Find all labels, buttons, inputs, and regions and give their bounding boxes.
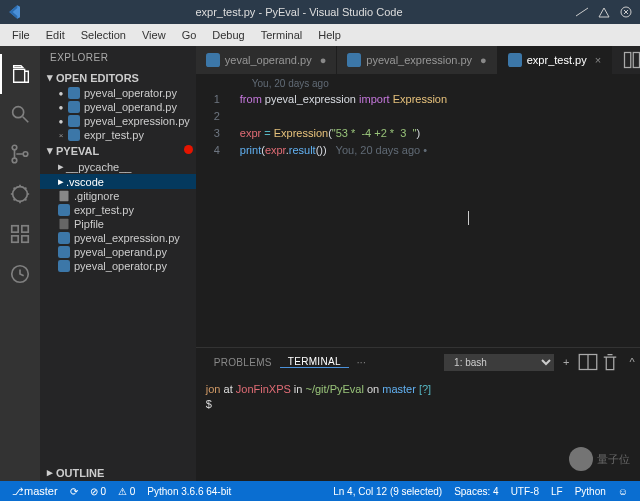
panel-tab-more[interactable]: ··· <box>349 357 374 368</box>
editor-tabs: yeval_operand.py● pyeval_expression.py● … <box>196 46 640 74</box>
svg-rect-19 <box>58 246 70 258</box>
maximize-panel-icon[interactable]: ^ <box>622 352 640 372</box>
svg-rect-20 <box>58 260 70 272</box>
watermark: 量子位 <box>569 447 630 471</box>
status-sync[interactable]: ⟳ <box>64 486 84 497</box>
open-editor-item-active[interactable]: ×expr_test.py <box>40 128 196 142</box>
svg-rect-12 <box>68 101 80 113</box>
svg-rect-9 <box>22 226 28 232</box>
status-language[interactable]: Python <box>569 486 612 497</box>
status-warnings[interactable]: ⚠ 0 <box>112 486 141 497</box>
extensions-icon[interactable] <box>0 214 40 254</box>
compare-icon[interactable] <box>622 50 640 70</box>
close-window-icon[interactable] <box>618 4 634 20</box>
gutter[interactable]: 1 2 3 4 <box>196 91 232 347</box>
menu-bar: File Edit Selection View Go Debug Termin… <box>0 24 640 46</box>
svg-point-1 <box>13 107 24 118</box>
svg-rect-13 <box>68 115 80 127</box>
svg-point-4 <box>23 152 28 157</box>
minimize-icon[interactable] <box>574 4 590 20</box>
open-editor-item[interactable]: ●pyeval_expression.py <box>40 114 196 128</box>
menu-help[interactable]: Help <box>310 26 349 44</box>
activity-bar <box>0 46 40 481</box>
explorer-icon[interactable] <box>0 54 40 94</box>
svg-rect-17 <box>60 219 69 230</box>
svg-rect-25 <box>633 53 639 68</box>
explorer-header: EXPLORER <box>40 46 196 69</box>
file-item[interactable]: Pipfile <box>40 217 196 231</box>
git-blame-annotation: You, 20 days ago <box>196 74 640 91</box>
svg-point-2 <box>12 145 17 150</box>
svg-point-3 <box>12 158 17 163</box>
open-editors-header[interactable]: ▾OPEN EDITORS <box>40 69 196 86</box>
svg-rect-16 <box>58 204 70 216</box>
menu-go[interactable]: Go <box>174 26 205 44</box>
svg-rect-18 <box>58 232 70 244</box>
maximize-icon[interactable] <box>596 4 612 20</box>
vscode-logo-icon <box>6 4 22 20</box>
menu-edit[interactable]: Edit <box>38 26 73 44</box>
tab[interactable]: pyeval_expression.py● <box>337 46 497 74</box>
folder-item-selected[interactable]: ▸.vscode <box>40 174 196 189</box>
text-cursor <box>468 211 469 225</box>
search-icon[interactable] <box>0 94 40 134</box>
new-terminal-icon[interactable]: + <box>556 352 576 372</box>
split-terminal-icon[interactable] <box>578 352 598 372</box>
status-eol[interactable]: LF <box>545 486 569 497</box>
svg-rect-6 <box>12 226 18 232</box>
folder-header[interactable]: ▾PYEVAL <box>40 142 196 159</box>
svg-rect-23 <box>508 53 522 67</box>
svg-rect-24 <box>625 53 631 68</box>
file-item[interactable]: pyeval_operand.py <box>40 245 196 259</box>
svg-rect-22 <box>347 53 361 67</box>
window-title: expr_test.py - PyEval - Visual Studio Co… <box>30 6 568 18</box>
open-editor-item[interactable]: ●pyeval_operand.py <box>40 100 196 114</box>
menu-terminal[interactable]: Terminal <box>253 26 311 44</box>
panel-tab-problems[interactable]: PROBLEMS <box>206 357 280 368</box>
status-cursor[interactable]: Ln 4, Col 12 (9 selected) <box>327 486 448 497</box>
terminal-selector[interactable]: 1: bash <box>444 354 554 371</box>
status-python[interactable]: Python 3.6.6 64-bit <box>141 486 237 497</box>
menu-view[interactable]: View <box>134 26 174 44</box>
source-control-icon[interactable] <box>0 134 40 174</box>
folder-item[interactable]: ▸__pycache__ <box>40 159 196 174</box>
menu-selection[interactable]: Selection <box>73 26 134 44</box>
svg-rect-15 <box>60 191 69 202</box>
sidebar: EXPLORER ▾OPEN EDITORS ●pyeval_operator.… <box>40 46 196 481</box>
menu-debug[interactable]: Debug <box>204 26 252 44</box>
panel-tab-terminal[interactable]: TERMINAL <box>280 356 349 368</box>
menu-file[interactable]: File <box>4 26 38 44</box>
status-branch[interactable]: ⎇ master <box>6 485 64 497</box>
file-item[interactable]: pyeval_operator.py <box>40 259 196 273</box>
status-errors[interactable]: ⊘ 0 <box>84 486 112 497</box>
svg-rect-11 <box>68 87 80 99</box>
timeline-icon[interactable] <box>0 254 40 294</box>
file-item[interactable]: pyeval_expression.py <box>40 231 196 245</box>
debug-icon[interactable] <box>0 174 40 214</box>
svg-rect-8 <box>22 236 28 242</box>
breakpoint-icon[interactable] <box>184 145 193 154</box>
status-feedback-icon[interactable]: ☺ <box>612 486 634 497</box>
file-item[interactable]: expr_test.py <box>40 203 196 217</box>
svg-rect-21 <box>206 53 220 67</box>
svg-rect-7 <box>12 236 18 242</box>
open-editor-item[interactable]: ●pyeval_operator.py <box>40 86 196 100</box>
status-encoding[interactable]: UTF-8 <box>505 486 545 497</box>
outline-header[interactable]: ▸OUTLINE <box>40 464 196 481</box>
tab-active[interactable]: expr_test.py× <box>498 46 612 74</box>
tab[interactable]: yeval_operand.py● <box>196 46 338 74</box>
kill-terminal-icon[interactable] <box>600 352 620 372</box>
editor-content[interactable]: from pyeval_expression import Expression… <box>232 91 640 347</box>
status-bar: ⎇ master ⟳ ⊘ 0 ⚠ 0 Python 3.6.6 64-bit L… <box>0 481 640 501</box>
file-item[interactable]: .gitignore <box>40 189 196 203</box>
status-spaces[interactable]: Spaces: 4 <box>448 486 504 497</box>
svg-rect-14 <box>68 129 80 141</box>
